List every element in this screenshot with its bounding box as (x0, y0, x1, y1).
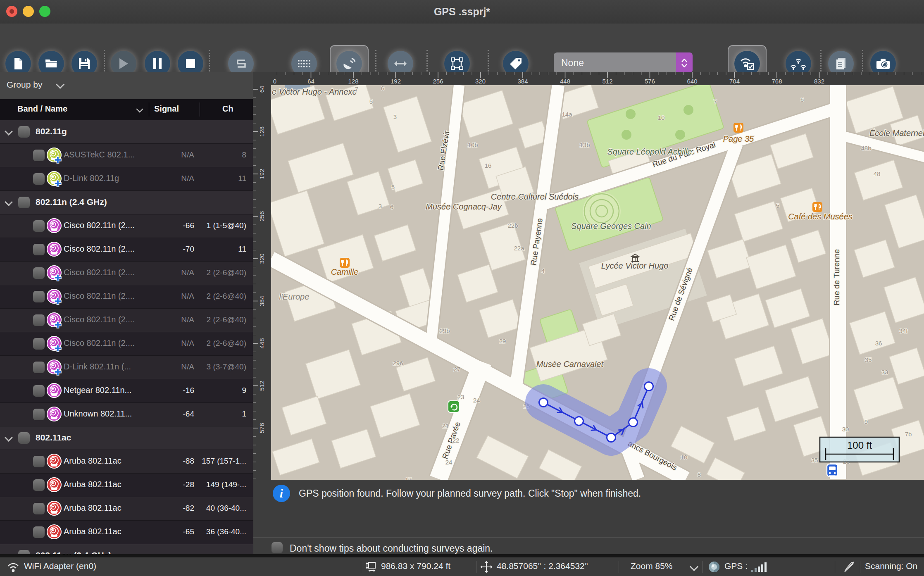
map-scale: 100 ft (820, 437, 899, 462)
group-row[interactable]: 802.11ac (0, 426, 253, 450)
survey-node[interactable] (607, 433, 616, 442)
ap-checkbox[interactable] (33, 291, 45, 302)
house-number: 9 (864, 418, 868, 425)
house-number: 22a (514, 245, 524, 252)
ap-row[interactable]: ASUSTekC 802.1...N/A8 (0, 144, 253, 167)
restaurant-icon (340, 258, 350, 268)
group-checkbox[interactable] (18, 197, 30, 208)
group-checkbox[interactable] (18, 126, 30, 138)
toolbar-button-ap-names[interactable]: AP Names (485, 24, 547, 72)
toolbar-button-calibrate[interactable]: Calibrate (369, 24, 431, 72)
group-checkbox[interactable] (18, 550, 30, 554)
ap-channel: 149 (149-... (206, 480, 246, 489)
ap-checkbox[interactable] (33, 456, 45, 467)
coordinates-icon (480, 560, 493, 574)
toolbar-button-photo[interactable]: Photo (852, 24, 914, 72)
group-chevron-icon[interactable] (5, 551, 13, 554)
window-title: GPS .ssprj* (0, 6, 924, 18)
ap-name: Cisco 802.11n (2.... (64, 315, 135, 324)
ap-signal: -28 (183, 480, 194, 489)
ap-checkbox[interactable] (33, 409, 45, 420)
survey-node[interactable] (539, 398, 548, 407)
ap-row[interactable]: Cisco 802.11n (2....N/A2 (2-6@40) (0, 309, 253, 332)
group-row[interactable]: 802.11g (0, 120, 253, 144)
ap-row[interactable]: D-Link 802.11n (...N/A3 (3-7@40) (0, 356, 253, 379)
ap-icon (46, 406, 63, 423)
ap-checkbox[interactable] (33, 526, 45, 538)
ap-row[interactable]: Cisco 802.11n (2....N/A2 (2-6@40) (0, 285, 253, 309)
survey-node[interactable] (629, 418, 638, 427)
house-number: 24 (473, 397, 480, 404)
visualization-select[interactable]: None (554, 52, 693, 73)
ap-checkbox[interactable] (33, 338, 45, 350)
house-number: 296 (393, 359, 403, 367)
ruler-label: 320 (258, 253, 265, 264)
ap-table-header: Band / Name Signal Ch (0, 99, 253, 121)
house-number: 30 (842, 426, 849, 433)
ap-name: Aruba 802.11ac (64, 527, 121, 536)
divider (253, 537, 924, 538)
ap-checkbox[interactable] (33, 267, 45, 279)
ap-row[interactable]: Aruba 802.11ac-6536 (36-40... (0, 521, 253, 544)
poi-label: Café des Musées (788, 212, 853, 221)
ap-checkbox[interactable] (33, 150, 45, 161)
group-row[interactable]: 802.11n (2.4 GHz) (0, 191, 253, 214)
ap-checkbox[interactable] (33, 173, 45, 185)
ap-icon (46, 171, 63, 188)
poi-label: Musée Cognacq-Jay (426, 202, 502, 211)
house-number: 6 (390, 203, 393, 210)
dont-show-tips-checkbox[interactable] (271, 542, 283, 553)
ap-icon (46, 218, 63, 235)
ap-row[interactable]: Cisco 802.11n (2....-7011 (0, 238, 253, 262)
survey-node[interactable] (645, 382, 653, 391)
group-row[interactable]: 802.11ax (2.4 GHz) (0, 544, 253, 554)
group-chevron-icon[interactable] (5, 433, 13, 442)
ruler-label: 512 (258, 381, 265, 391)
ap-checkbox[interactable] (33, 479, 45, 491)
ap-row[interactable]: D-Link 802.11gN/A11 (0, 167, 253, 191)
ap-signal: -70 (183, 245, 194, 254)
ap-signal: N/A (181, 339, 194, 348)
ap-name: Netgear 802.11n... (64, 386, 131, 395)
survey-node[interactable] (575, 417, 583, 426)
column-ch[interactable]: Ch (222, 104, 233, 114)
ap-row[interactable]: Aruba 802.11ac-28149 (149-... (0, 474, 253, 497)
group-by-control[interactable]: Group by (0, 72, 253, 99)
ap-checkbox[interactable] (33, 314, 45, 326)
zoom-level[interactable]: Zoom 85% (631, 561, 673, 571)
ap-checkbox[interactable] (33, 362, 45, 373)
ap-row[interactable]: Cisco 802.11n (2....-661 (1-5@40) (0, 214, 253, 238)
column-signal[interactable]: Signal (154, 104, 179, 114)
scale-label: 100 ft (847, 440, 872, 451)
ap-row[interactable]: Aruba 802.11ac-8240 (36-40... (0, 497, 253, 521)
zoom-chevron-icon[interactable] (690, 562, 698, 571)
gps-signal-bars (751, 562, 770, 572)
adapter-status: WiFi Adapter (en0) (24, 561, 96, 571)
ap-row[interactable]: Aruba 802.11ac-88157 (157-1... (0, 450, 253, 474)
toolbar-button-continuous[interactable]: Continuous (210, 24, 272, 72)
group-checkbox[interactable] (18, 432, 30, 444)
ap-checkbox[interactable] (33, 244, 45, 255)
restaurant-icon (812, 202, 822, 212)
ap-name: ASUSTekC 802.1... (64, 150, 135, 159)
column-band-name[interactable]: Band / Name (17, 104, 67, 114)
toolbar-button-rf-planner[interactable]: RF Planner (426, 24, 488, 72)
ap-checkbox[interactable] (33, 220, 45, 232)
app-window: GPS .ssprj* NewOpenSaveStartPauseStopCon… (0, 0, 924, 576)
group-chevron-icon[interactable] (5, 127, 13, 136)
ap-checkbox[interactable] (33, 503, 45, 514)
ap-row[interactable]: Cisco 802.11n (2....N/A2 (2-6@40) (0, 332, 253, 356)
ap-row[interactable]: Netgear 802.11n...-169 (0, 379, 253, 403)
house-number: 36 (875, 340, 882, 347)
map-size-icon (365, 561, 378, 573)
ap-checkbox[interactable] (33, 385, 45, 397)
ap-sidebar: Group by Band / Name Signal Ch 802.11gAS… (0, 72, 253, 554)
survey-map[interactable]: Rue ElzévirRue PayenneRue du Parc RoyalR… (271, 85, 924, 480)
ap-row[interactable]: Unknown 802.11...-641 (0, 403, 253, 426)
ap-icon (46, 147, 63, 164)
ap-row[interactable]: Cisco 802.11n (2....N/A2 (2-6@40) (0, 262, 253, 285)
group-chevron-icon[interactable] (5, 198, 13, 206)
group-label: 802.11ac (36, 433, 71, 443)
house-number: 16 (485, 162, 492, 169)
house-number: 6 (381, 85, 384, 92)
